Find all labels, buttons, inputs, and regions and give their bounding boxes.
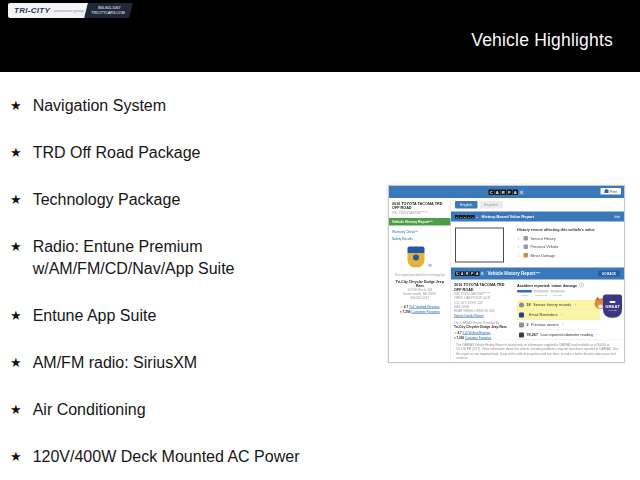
star-bullet-icon: ★: [10, 189, 22, 211]
carfax-logo-medium: CARFAX: [455, 271, 485, 276]
printer-icon: [604, 190, 608, 193]
highlight-item: ★Air Conditioning: [10, 399, 375, 421]
people-icon: [519, 322, 524, 327]
highlight-item: ★Navigation System: [10, 95, 375, 117]
personal-vehicle-icon: [524, 244, 529, 249]
sidebar-vehicle-title: 2016 TOYOTA TACOMA TRD OFF ROAD: [392, 201, 448, 210]
print-button[interactable]: Print: [600, 188, 621, 195]
accident-heading: Accident reported: minor damage: [517, 283, 577, 288]
value-section: History events affecting this vehicle's …: [451, 222, 624, 268]
carfax-report-image: CARFAX Print 2016 TOYOTA TACOMA TRD OFF …: [388, 185, 626, 364]
highlight-item: ★Radio: Entune Premium w/AM/FM/CD/Nav/Ap…: [10, 236, 375, 280]
history-row-owners[interactable]: 2 Previous owners ›: [517, 320, 600, 330]
sidebar-link-warranty[interactable]: Warranty Check™: [392, 229, 448, 233]
highlight-item: ★Technology Package: [10, 189, 375, 211]
value-event-row: ↓ Minor Damage: [517, 253, 620, 258]
star-bullet-icon: ★: [10, 142, 22, 164]
provided-by-label: This report provided free of charge by: [392, 273, 448, 277]
heart-icon: ♥: [400, 309, 402, 313]
dealer-logo-phone: 866-801-5067: [93, 6, 126, 10]
customer-favorites-link[interactable]: Customer Favorites: [465, 336, 491, 339]
star-bullet-icon: ★: [10, 305, 22, 327]
highlight-label: Technology Package: [33, 189, 181, 211]
language-tabs: English Español: [451, 198, 624, 212]
highlight-item: ★AM/FM radio: SiriusXM: [10, 352, 375, 374]
tab-english[interactable]: English: [455, 201, 477, 209]
value-report-title: History-Based Value Report: [482, 214, 535, 219]
verified-reviews-link[interactable]: 514 Verified Reviews: [463, 332, 491, 335]
down-arrow-icon: ↓: [517, 253, 521, 258]
star-bullet-icon: ★: [10, 446, 22, 468]
dealer-logo-site: TRICITYCARS.COM: [92, 11, 125, 15]
star-bullet-icon: ★: [10, 236, 22, 258]
chevron-right-icon: ›: [575, 303, 576, 308]
dealer-logo-left: TRI-CITY automotive group: [8, 3, 88, 18]
highlight-item: ★TRD Off Road Package: [10, 142, 375, 164]
chevron-right-icon: ›: [562, 323, 563, 328]
favorites-value: 7,296: [402, 309, 410, 313]
customer-favorites-link[interactable]: Customer Favorites: [412, 309, 440, 313]
star-icon: ★: [400, 305, 403, 309]
minor-damage-icon: [524, 253, 529, 258]
odometer-icon: [519, 332, 524, 337]
dealer-award-badge: [407, 246, 424, 267]
star-bullet-icon: ★: [10, 95, 22, 117]
chevron-right-icon: ›: [597, 333, 598, 338]
sidebar-link-recalls[interactable]: Safety Recalls: [392, 237, 448, 241]
highlight-label: 120V/400W Deck Mounted AC Power: [33, 446, 300, 468]
damage-severity-gauge: [517, 290, 621, 293]
star-bullet-icon: ★: [10, 352, 22, 374]
highlight-label: TRD Off Road Package: [33, 142, 201, 164]
carfax-mascot-badge: GREAT VALUE: [595, 295, 623, 318]
dealer-logo-tagline: automotive group: [53, 8, 84, 13]
dealer-phone: 866-801-5067: [392, 296, 448, 300]
history-section: 2016 TOYOTA TACOMA TRD OFF ROAD VIN: 3TM…: [451, 280, 624, 340]
history-report-header: CARFAX Vehicle History Report™ GO BACK: [451, 268, 624, 280]
heart-icon: ♥: [454, 336, 456, 339]
service-history-icon: [524, 236, 529, 241]
carfax-logo-small: CARFAX: [455, 215, 479, 219]
value-events-heading: History events affecting this vehicle's …: [517, 228, 620, 233]
great-value-badge: GREAT VALUE: [603, 295, 622, 318]
star-bullet-icon: ★: [10, 399, 22, 421]
highlight-label: Radio: Entune Premium w/AM/FM/CD/Nav/App…: [33, 236, 235, 280]
sidebar-nav-active[interactable]: Vehicle History Report™: [389, 218, 451, 226]
up-arrow-icon: ↑: [517, 236, 521, 241]
info-link[interactable]: Info: [615, 215, 620, 219]
page-title: Vehicle Highlights: [471, 30, 613, 51]
star-icon: ★: [454, 332, 457, 335]
value-event-row: ↑ Personal Vehicle: [517, 244, 620, 249]
verified-reviews-link[interactable]: 514 Verified Reviews: [409, 305, 439, 309]
refresh-icon[interactable]: ⟳: [428, 262, 432, 267]
dealer-logo-phone-box: 866-801-5067 TRICITYCARS.COM: [84, 3, 133, 18]
dealer-name: Tri-City Chrysler Dodge Jeep Ram: [454, 325, 510, 329]
history-vehicle-title: 2016 TOYOTA TACOMA TRD OFF ROAD: [454, 283, 510, 292]
carfax-report: CARFAX Print 2016 TOYOTA TACOMA TRD OFF …: [388, 185, 625, 363]
rating-value: 4.7: [404, 305, 409, 309]
highlight-item: ★120V/400W Deck Mounted AC Power: [10, 446, 375, 468]
car-glyph: [610, 301, 616, 303]
carfax-main: English Español CARFAX History-Based Val…: [451, 198, 624, 362]
dealer-favorites-line: ♥ 7,296 Customer Favorites: [392, 309, 448, 314]
header-band: TRI-CITY automotive group 866-801-5067 T…: [0, 0, 640, 72]
dealer-name: Tri-City Chrysler Dodge Jeep Ram: [392, 279, 448, 288]
carfax-topbar: CARFAX Print: [389, 186, 624, 198]
history-row-service[interactable]: 18 Service history records ›: [517, 300, 600, 310]
highlight-label: Navigation System: [33, 95, 166, 117]
history-row-odometer[interactable]: 78,267 Last reported odometer reading ›: [517, 330, 600, 340]
wrench-icon: [519, 302, 524, 307]
tab-espanol[interactable]: Español: [479, 201, 503, 209]
print-label: Print: [610, 190, 617, 194]
highlight-label: Air Conditioning: [33, 399, 146, 421]
value-event-row: ↑ Service History: [517, 236, 620, 241]
history-row-reminders[interactable]: Email Reminders ›: [517, 310, 600, 320]
highlight-item: ★Entune App Suite: [10, 305, 375, 327]
carfax-logo: CARFAX: [489, 189, 525, 195]
up-arrow-icon: ↑: [517, 244, 521, 249]
dealer-logo: TRI-CITY automotive group 866-801-5067 T…: [8, 3, 131, 18]
go-back-button[interactable]: GO BACK: [598, 271, 620, 277]
info-icon[interactable]: i: [579, 283, 584, 288]
vehicle-details-link[interactable]: Vehicle Details Report: [454, 314, 510, 317]
shield-icon: [519, 312, 524, 317]
highlight-label: AM/FM radio: SiriusXM: [33, 352, 197, 374]
